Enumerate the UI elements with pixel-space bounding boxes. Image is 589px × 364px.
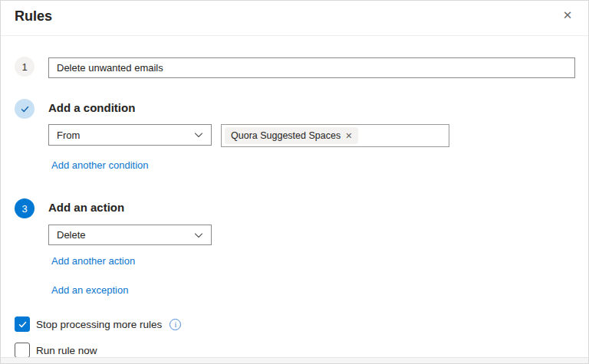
footer-strip <box>1 357 588 363</box>
close-button[interactable]: ✕ <box>558 5 577 25</box>
stop-processing-label: Stop processing more rules <box>36 319 162 330</box>
stop-processing-checkbox[interactable] <box>15 316 30 332</box>
step-1-badge: 1 <box>15 57 35 77</box>
chevron-down-icon <box>194 231 203 240</box>
chevron-down-icon <box>194 130 203 139</box>
condition-select-value: From <box>57 130 80 141</box>
checkmark-icon <box>18 320 28 330</box>
condition-value-field[interactable]: Quora Suggested Spaces ✕ <box>221 124 449 147</box>
run-rule-now-checkbox[interactable] <box>15 343 30 358</box>
add-another-condition-link[interactable]: Add another condition <box>51 159 148 171</box>
step-2-badge <box>15 99 35 119</box>
info-icon[interactable]: i <box>169 319 181 330</box>
close-icon: ✕ <box>563 8 573 22</box>
condition-value-chip: Quora Suggested Spaces ✕ <box>225 127 358 144</box>
action-heading: Add an action <box>48 201 124 214</box>
action-select[interactable]: Delete <box>48 225 212 245</box>
dialog-header: Rules ✕ <box>1 1 588 36</box>
run-rule-now-option: Run rule now <box>15 343 97 358</box>
chip-label: Quora Suggested Spaces <box>231 130 341 141</box>
rules-dialog: Rules ✕ 1 Add a condition From Quora Sug… <box>0 0 589 364</box>
rule-name-input[interactable] <box>48 57 575 78</box>
step-3-number: 3 <box>21 203 27 215</box>
action-select-value: Delete <box>57 229 86 241</box>
add-an-exception-link[interactable]: Add an exception <box>51 284 128 296</box>
chip-remove-icon[interactable]: ✕ <box>345 132 352 140</box>
check-icon <box>20 104 30 114</box>
add-another-action-link[interactable]: Add another action <box>51 255 135 267</box>
condition-select[interactable]: From <box>48 124 212 146</box>
condition-heading: Add a condition <box>48 101 135 114</box>
run-rule-now-label: Run rule now <box>36 345 97 356</box>
dialog-title: Rules <box>15 8 52 25</box>
stop-processing-option: Stop processing more rules i <box>15 316 181 332</box>
step-1-number: 1 <box>21 61 27 73</box>
step-3-badge: 3 <box>15 198 35 218</box>
